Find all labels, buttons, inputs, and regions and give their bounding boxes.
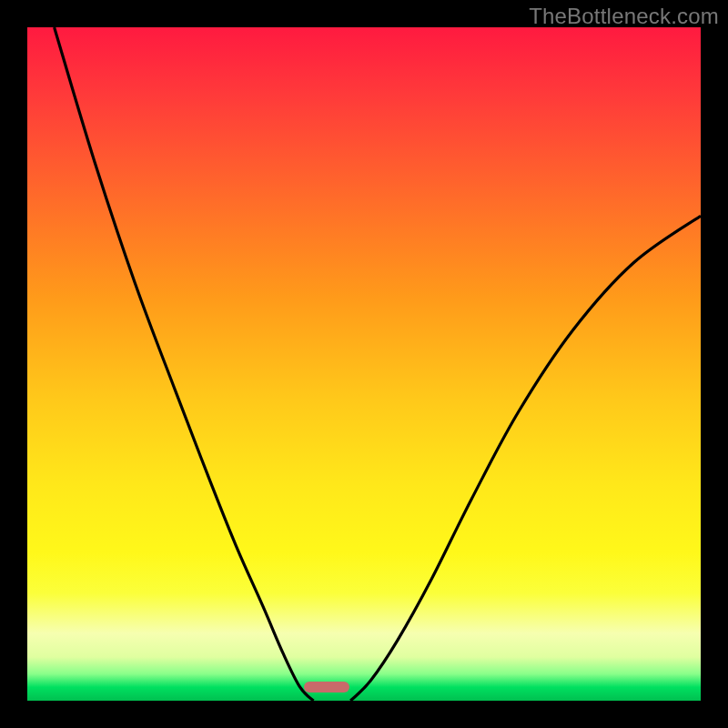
chart-frame: TheBottleneck.com xyxy=(0,0,728,728)
watermark-text: TheBottleneck.com xyxy=(529,4,719,29)
plot-area xyxy=(27,27,701,701)
curves-layer xyxy=(27,27,701,701)
bottleneck-marker xyxy=(304,682,349,693)
left-curve xyxy=(55,27,314,701)
right-curve xyxy=(350,216,701,701)
